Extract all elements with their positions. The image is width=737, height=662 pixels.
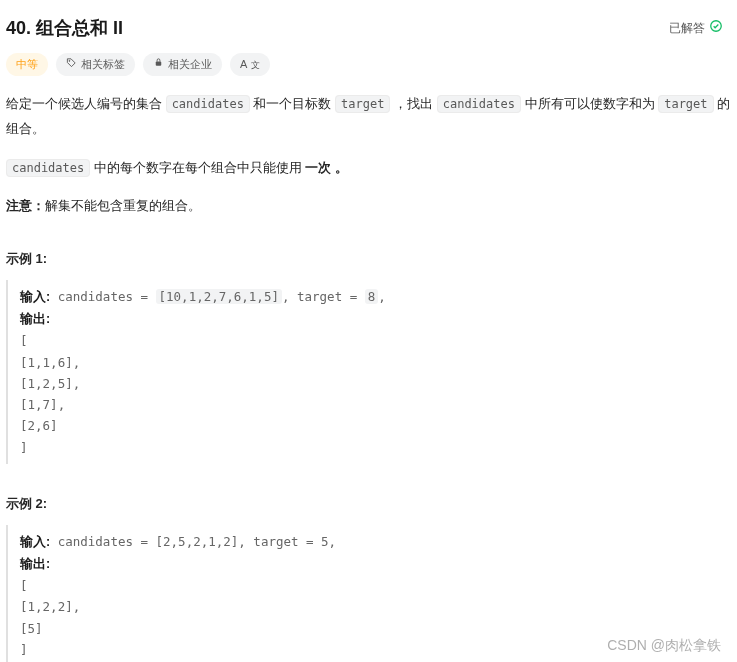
solved-badge: 已解答 <box>669 14 733 39</box>
font-icon-small: 文 <box>251 58 260 72</box>
text: ，找出 <box>390 96 436 111</box>
code-target: target <box>658 95 713 113</box>
tags-row: 中等 相关标签 相关企业 A文 <box>6 53 733 77</box>
example1-block: 输入: candidates = [10,1,2,7,6,1,5], targe… <box>6 280 733 464</box>
check-circle-icon <box>709 17 723 39</box>
text: , <box>378 289 386 304</box>
text: 给定一个候选人编号的集合 <box>6 96 166 111</box>
lock-icon <box>153 56 164 74</box>
description-p2: candidates 中的每个数字在每个组合中只能使用 一次 。 <box>6 156 733 181</box>
emphasis-once: 一次 。 <box>305 160 348 175</box>
difficulty-badge[interactable]: 中等 <box>6 53 48 77</box>
text: 和一个目标数 <box>250 96 335 111</box>
description-p1: 给定一个候选人编号的集合 candidates 和一个目标数 target ，找… <box>6 92 733 141</box>
text: 中的每个数字在每个组合中只能使用 <box>90 160 305 175</box>
svg-point-1 <box>69 60 70 61</box>
example1-title: 示例 1: <box>6 249 733 270</box>
note-label: 注意： <box>6 198 45 213</box>
text: candidates = [2,5,2,1,2], target = 5, <box>50 534 336 549</box>
font-icon-label: A <box>240 56 247 74</box>
output-label: 输出: <box>20 312 50 326</box>
code-candidates: candidates <box>437 95 521 113</box>
code-target: target <box>335 95 390 113</box>
text: candidates = <box>50 289 155 304</box>
code-candidates: candidates <box>6 159 90 177</box>
highlighted-number: 8 <box>365 289 379 304</box>
related-tags-label: 相关标签 <box>81 56 125 74</box>
description-p3: 注意：解集不能包含重复的组合。 <box>6 194 733 219</box>
watermark: CSDN @肉松拿铁 <box>607 634 721 656</box>
text: 解集不能包含重复的组合。 <box>45 198 201 213</box>
svg-rect-2 <box>156 61 162 65</box>
related-companies-label: 相关企业 <box>168 56 212 74</box>
output-label: 输出: <box>20 557 50 571</box>
text: , target = <box>282 289 365 304</box>
output-text: [ [1,1,6], [1,2,5], [1,7], [2,6] ] <box>20 333 80 454</box>
related-tags-button[interactable]: 相关标签 <box>56 53 135 77</box>
input-label: 输入: <box>20 535 50 549</box>
font-size-button[interactable]: A文 <box>230 53 270 77</box>
code-candidates: candidates <box>166 95 250 113</box>
highlighted-array: [10,1,2,7,6,1,5] <box>156 289 282 304</box>
output-text: [ [1,2,2], [5] ] <box>20 578 80 657</box>
text: 中所有可以使数字和为 <box>521 96 658 111</box>
tag-icon <box>66 56 77 74</box>
solved-label: 已解答 <box>669 19 705 38</box>
example2-title: 示例 2: <box>6 494 733 515</box>
related-companies-button[interactable]: 相关企业 <box>143 53 222 77</box>
input-label: 输入: <box>20 290 50 304</box>
page-title: 40. 组合总和 II <box>6 14 123 43</box>
